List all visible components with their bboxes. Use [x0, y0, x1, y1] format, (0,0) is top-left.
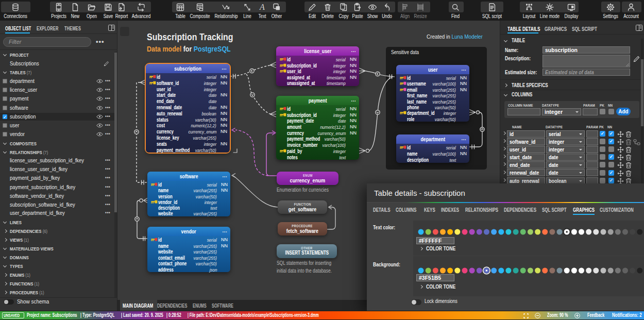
svg-text:A: A: [259, 3, 265, 11]
